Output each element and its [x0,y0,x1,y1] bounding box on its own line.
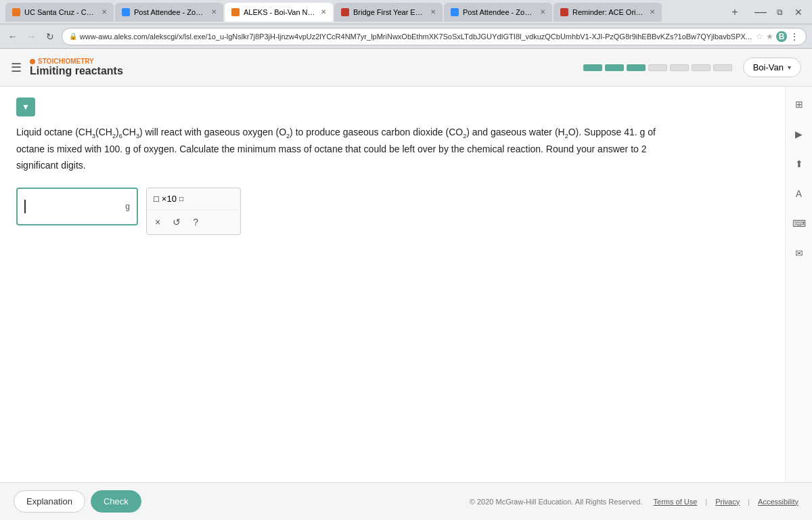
copyright-text: © 2020 McGraw-Hill Education. All Rights… [470,498,643,506]
sci-x10-label: ×10 [162,194,177,204]
browser-tab-tab6[interactable]: Reminder: ACE Orientation ✕ [554,3,662,22]
browser-tab-tab5[interactable]: Post Attendee - Zoom ✕ [444,3,552,22]
footer: Explanation Check © 2020 McGraw-Hill Edu… [0,482,812,520]
app-container: ☰ STOICHIOMETRY Limiting reactants Boi-V… [0,49,812,520]
url-text: www-awu.aleks.com/alekscgi/x/lsl.exe/1o_… [80,32,752,41]
explanation-button[interactable]: Explanation [14,490,85,513]
browser-tab-tab3[interactable]: ALEKS - Boi-Van Nguyen - | ✕ [225,3,333,22]
hamburger-menu-button[interactable]: ☰ [11,60,22,75]
footer-link-separator: | [748,498,750,506]
subject-label: STOICHIOMETRY [30,58,583,65]
tab-favicon [451,8,459,16]
close-window-button[interactable]: ✕ [790,4,807,20]
sci-notation-input[interactable]: □ ×10 □ [147,188,240,210]
tab-close-icon[interactable]: ✕ [321,8,326,16]
sci-controls: × ↺ ? [147,210,240,234]
progress-bar [583,64,732,71]
restore-button[interactable]: ⧉ [771,4,788,20]
menu-dots-icon[interactable]: ⋮ [790,31,799,42]
text-icon[interactable]: A [790,184,809,203]
sci-clear-button[interactable]: × [152,215,163,229]
footer-link-accessibility[interactable]: Accessibility [758,498,798,506]
problem-text-line3: significant digits. [16,160,86,171]
problem-text: Liquid octane (CH3(CH2)6CH3) will react … [16,125,796,174]
browser-tab-tab4[interactable]: Bridge First Year Experience ✕ [334,3,443,22]
progress-segment-3 [648,64,667,71]
sci-exp-placeholder: □ [179,195,183,202]
footer-link-privacy[interactable]: Privacy [715,498,740,506]
sci-base-placeholder: □ [154,194,159,204]
reload-button[interactable]: ↻ [43,28,58,45]
tab-label: Post Attendee - Zoom [134,8,206,16]
tab-label: Post Attendee - Zoom [463,8,535,16]
progress-segment-4 [670,64,689,71]
tab-close-icon[interactable]: ✕ [211,8,217,16]
sci-help-button[interactable]: ? [190,215,201,229]
lock-icon: 🔒 [69,32,77,40]
ext-icon-1[interactable]: ★ [766,32,773,41]
main-content: ▼ Liquid octane (CH3(CH2)6CH3) will reac… [0,87,812,482]
water-formula: (H2O). [555,127,581,137]
problem-text-suppose: Suppose 41. g of [584,127,656,137]
browser-tabs-bar: UC Santa Cruz - Calendar - ✕ Post Attend… [0,0,812,24]
scientific-notation-box: □ ×10 □ × ↺ ? [146,188,241,235]
progress-segment-5 [692,64,710,71]
progress-segment-1 [605,64,624,71]
collapse-button[interactable]: ▼ [16,98,35,116]
footer-buttons: Explanation Check [14,490,141,513]
sci-undo-button[interactable]: ↺ [170,215,183,229]
user-menu-button[interactable]: Boi-Van ▾ [743,58,801,77]
grid-icon[interactable]: ⊞ [790,95,809,114]
bookmark-icon[interactable]: ☆ [756,32,763,41]
problem-text-react: will react with gaseous oxygen [145,127,276,137]
browser-tab-tab1[interactable]: UC Santa Cruz - Calendar - ✕ [5,3,114,22]
tab-close-icon[interactable]: ✕ [430,8,436,16]
browser-tab-tab2[interactable]: Post Attendee - Zoom ✕ [115,3,223,22]
play-icon[interactable]: ▶ [790,125,809,144]
header-title-area: STOICHIOMETRY Limiting reactants [30,58,583,77]
tab-close-icon[interactable]: ✕ [650,8,655,16]
mail-icon[interactable]: ✉ [790,244,809,263]
problem-text-intro: Liquid octane [16,127,75,137]
tab-favicon [341,8,349,16]
back-button[interactable]: ← [5,28,20,45]
problem-text-produce: to produce gaseous carbon dioxide [296,127,446,137]
progress-segment-2 [627,64,646,71]
user-name: Boi-Van [753,62,784,72]
oxygen-formula: (O2) [276,127,293,137]
problem-text-line2: octane is mixed with 100. g of oxygen. C… [16,144,647,154]
co2-formula: (CO2) [445,127,469,137]
tab-close-icon[interactable]: ✕ [540,8,545,16]
answer-input-box[interactable]: g [16,188,138,225]
footer-link-terms-of-use[interactable]: Terms of Use [654,498,698,506]
content-body: ▼ Liquid octane (CH3(CH2)6CH3) will reac… [0,87,812,482]
tab-favicon [560,8,568,16]
chevron-down-icon: ▾ [788,64,791,71]
progress-segment-0 [583,64,602,71]
minimize-button[interactable]: — [752,4,769,20]
orange-dot-icon [30,59,35,64]
ext-icon-2[interactable]: B [776,31,787,42]
check-button[interactable]: Check [91,490,141,513]
tab-favicon [12,8,20,16]
tab-label: ALEKS - Boi-Van Nguyen - | [244,8,315,16]
tab-favicon [122,8,130,16]
address-bar-row: ← → ↻ 🔒 www-awu.aleks.com/alekscgi/x/lsl… [0,24,812,49]
footer-right: © 2020 McGraw-Hill Education. All Rights… [470,498,798,506]
text-cursor [24,200,26,213]
calculator-icon[interactable]: ⌨ [790,214,809,233]
problem-text-and: and gaseous water [472,127,555,137]
forward-button[interactable]: → [24,28,39,45]
chart-icon[interactable]: ⬆ [790,154,809,173]
footer-links: Terms of Use|Privacy|Accessibility [654,498,798,506]
new-tab-button[interactable]: + [725,3,744,22]
progress-segment-6 [713,64,732,71]
tab-label: UC Santa Cruz - Calendar - [24,8,96,16]
tab-favicon [231,8,240,16]
page-title: Limiting reactants [30,65,583,77]
tab-close-icon[interactable]: ✕ [102,8,107,16]
address-bar[interactable]: 🔒 www-awu.aleks.com/alekscgi/x/lsl.exe/1… [62,28,807,45]
aleks-header: ☰ STOICHIOMETRY Limiting reactants Boi-V… [0,49,812,87]
tab-label: Reminder: ACE Orientation [572,8,644,16]
chevron-down-icon: ▼ [22,102,30,112]
